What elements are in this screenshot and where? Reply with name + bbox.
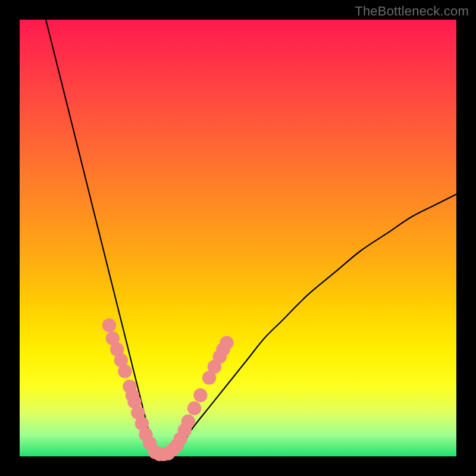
bottleneck-curve-path xyxy=(46,20,456,457)
watermark-text: TheBottleneck.com xyxy=(355,4,469,19)
chart-overlay xyxy=(20,20,456,456)
marker-dot xyxy=(102,318,116,332)
marker-group xyxy=(102,318,234,461)
plot-area xyxy=(20,20,456,456)
marker-dot xyxy=(181,415,195,428)
marker-dot xyxy=(193,389,207,402)
marker-dot xyxy=(187,402,201,415)
marker-dot xyxy=(118,364,131,378)
marker-dot xyxy=(220,336,233,350)
chart-stage: TheBottleneck.com xyxy=(0,0,476,476)
